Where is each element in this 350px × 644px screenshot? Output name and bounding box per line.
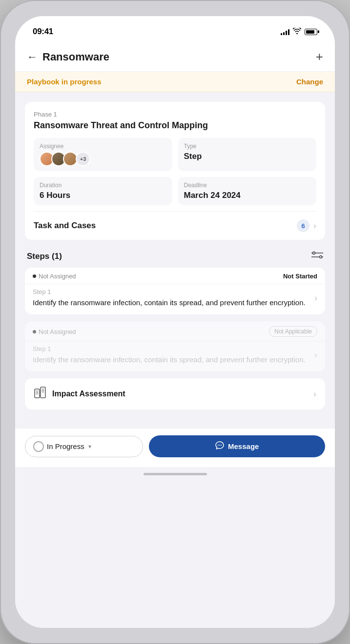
home-bar [144,473,207,475]
progress-chevron-down-icon: ▾ [88,443,91,450]
header-left: ← Ransomware [27,51,109,63]
task-cases-row[interactable]: Task and Cases 6 › [34,211,316,240]
assignee-avatars: +3 [40,152,166,166]
svg-rect-6 [35,389,40,398]
svg-point-14 [218,445,219,446]
impact-label: Impact Assessment [52,390,125,398]
bottom-bar: In Progress ▾ Message [15,428,335,467]
wifi-icon [293,28,301,36]
phase-card: Phase 1 Ransomware Threat and Control Ma… [25,102,325,240]
status-time: 09:41 [33,27,53,37]
scroll-content[interactable]: ← Ransomware + Playbook in progress Chan… [15,42,335,628]
type-cell: Type Step [178,138,317,171]
status-icons [281,28,317,36]
svg-point-15 [219,445,220,446]
task-cases-chevron-right-icon: › [313,221,316,231]
deadline-value: March 24 2024 [184,191,311,200]
step-2-chevron-right-icon: › [314,350,317,360]
step-2-body: Step 1 Identify the ransomware infection… [25,341,325,371]
phase-title: Ransomware Threat and Control Mapping [34,120,316,131]
filter-icon[interactable] [311,251,323,262]
home-indicator [15,467,335,481]
step-card-1[interactable]: Not Assigned Not Started Step 1 Identify… [25,268,325,314]
task-cases-label: Task and Cases [34,221,96,231]
steps-title: Steps (1) [27,252,62,261]
progress-circle-icon [33,441,44,452]
back-button[interactable]: ← [27,51,38,63]
step-2-content: Step 1 Identify the ransomware infection… [33,345,310,365]
phase-label: Phase 1 [34,111,316,118]
bar1 [281,33,282,35]
assignee-label: Assignee [40,143,166,150]
svg-rect-7 [41,387,45,398]
step-2-assignee: Not Assigned [33,328,76,335]
bar4 [288,29,289,35]
header: ← Ransomware + [15,42,335,72]
step-1-description: Identify the ransomware infection, conta… [33,297,310,308]
phone-outer: 09:41 [0,0,350,644]
phone-inner: 09:41 [15,16,335,628]
impact-chevron-right-icon: › [313,389,316,399]
message-icon [215,441,224,451]
deadline-cell: Deadline March 24 2024 [178,177,317,205]
type-value: Step [184,152,311,161]
impact-assessment-row[interactable]: Impact Assessment › [25,378,325,410]
step-1-number: Step 1 [33,288,310,295]
page-title: Ransomware [42,51,109,63]
impact-left: Impact Assessment [34,386,125,402]
duration-cell: Duration 6 Hours [34,177,172,205]
step-1-header: Not Assigned Not Started [25,268,325,284]
step-2-header: Not Assigned Not Applicable [25,321,325,341]
step-1-status: Not Started [283,273,317,280]
message-label: Message [228,442,259,450]
signal-bars-icon [281,29,289,35]
steps-header: Steps (1) [25,249,325,268]
message-button[interactable]: Message [149,435,325,457]
bar3 [286,31,287,35]
dot-icon [33,274,36,278]
step-1-content: Step 1 Identify the ransomware infection… [33,288,310,308]
duration-label: Duration [40,182,166,189]
avatar-count: +3 [76,152,90,166]
step-2-description: Identify the ransomware infection, conta… [33,354,310,365]
task-cases-right: 6 › [297,219,316,232]
add-button[interactable]: + [316,49,323,64]
step-2-status-badge: Not Applicable [269,326,317,337]
bar2 [283,32,285,35]
content-area: Phase 1 Ransomware Threat and Control Ma… [15,92,335,428]
battery-icon [305,29,317,35]
deadline-label: Deadline [184,182,311,189]
progress-label: In Progress [47,442,84,450]
impact-icon [34,386,46,402]
assignee-type-row: Assignee +3 Type Step [34,138,316,171]
duration-deadline-row: Duration 6 Hours Deadline March 24 2024 [34,177,316,205]
change-button[interactable]: Change [296,78,323,86]
step-1-body: Step 1 Identify the ransomware infection… [25,284,325,314]
type-label: Type [184,143,311,150]
in-progress-button[interactable]: In Progress ▾ [25,436,143,457]
playbook-banner: Playbook in progress Change [15,72,335,92]
step-card-2[interactable]: Not Assigned Not Applicable Step 1 Ident… [25,321,325,371]
step-2-number: Step 1 [33,345,310,352]
duration-value: 6 Hours [40,191,166,200]
step-1-chevron-right-icon: › [314,293,317,303]
svg-point-0 [313,252,315,254]
task-cases-count-badge: 6 [297,219,309,232]
svg-point-3 [320,256,322,258]
assignee-cell: Assignee +3 [34,138,172,171]
playbook-status-text: Playbook in progress [27,78,102,86]
step-1-assignee: Not Assigned [33,273,76,280]
battery-fill [306,30,314,34]
svg-point-16 [221,445,222,446]
dot-icon-2 [33,330,36,333]
status-bar: 09:41 [15,16,335,42]
